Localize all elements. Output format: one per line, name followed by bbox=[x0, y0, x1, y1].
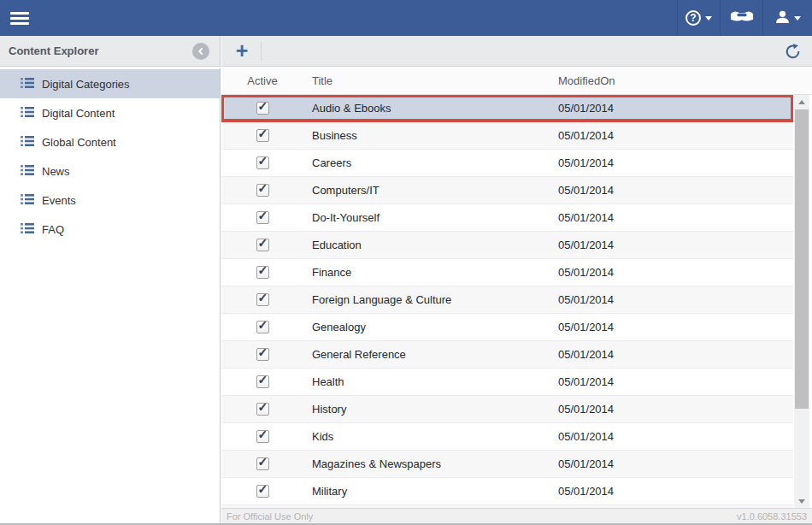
scroll-up-button[interactable] bbox=[794, 95, 809, 109]
status-bar: For Official Use Only v1.0.6058.31553 bbox=[221, 508, 812, 523]
sidebar-item-label: FAQ bbox=[42, 223, 64, 236]
table-row[interactable]: ✓ Genealogy 05/01/2014 bbox=[221, 314, 793, 341]
row-title: Careers bbox=[303, 150, 550, 176]
row-title: Health bbox=[303, 369, 550, 395]
table-row[interactable]: ✓ General Reference 05/01/2014 bbox=[221, 341, 793, 369]
sidebar-collapse-button[interactable] bbox=[192, 43, 209, 60]
active-checkbox[interactable]: ✓ bbox=[256, 321, 269, 333]
row-modified-on: 05/01/2014 bbox=[550, 423, 793, 450]
table-row[interactable]: ✓ Foreign Language & Culture 05/01/2014 bbox=[221, 286, 793, 314]
sidebar-title: Content Explorer bbox=[9, 44, 98, 57]
help-icon: ? bbox=[685, 10, 701, 26]
chevron-left-icon bbox=[196, 46, 206, 56]
sidebar-item-label: Global Content bbox=[42, 136, 116, 149]
active-checkbox[interactable]: ✓ bbox=[256, 293, 269, 306]
row-modified-on: 05/01/2014 bbox=[550, 204, 793, 231]
sidebar-item-label: News bbox=[42, 165, 70, 178]
check-icon: ✓ bbox=[258, 373, 268, 386]
navbar-actions: ? bbox=[677, 0, 812, 36]
table-row[interactable]: ✓ Magazines & Newspapers 05/01/2014 bbox=[221, 451, 793, 478]
active-checkbox[interactable]: ✓ bbox=[256, 485, 269, 498]
active-checkbox[interactable]: ✓ bbox=[256, 211, 269, 224]
list-icon bbox=[21, 222, 34, 237]
row-title: Kids bbox=[303, 423, 550, 450]
check-icon: ✓ bbox=[258, 318, 268, 332]
active-checkbox[interactable]: ✓ bbox=[256, 156, 269, 169]
row-modified-on: 05/01/2014 bbox=[550, 259, 793, 286]
row-title: Finance bbox=[303, 259, 550, 286]
column-header-title[interactable]: Title bbox=[303, 68, 550, 94]
row-title: Genealogy bbox=[303, 314, 550, 340]
row-modified-on: 05/01/2014 bbox=[550, 478, 793, 504]
active-checkbox[interactable]: ✓ bbox=[256, 266, 269, 279]
table-row[interactable]: ✓ Do-It-Yourself 05/01/2014 bbox=[221, 204, 793, 232]
active-checkbox[interactable]: ✓ bbox=[256, 403, 269, 416]
active-checkbox[interactable]: ✓ bbox=[256, 457, 269, 470]
vertical-scrollbar[interactable] bbox=[794, 95, 809, 508]
menu-button[interactable] bbox=[0, 0, 39, 36]
check-icon: ✓ bbox=[258, 400, 268, 414]
row-modified-on: 05/01/2014 bbox=[550, 286, 793, 313]
active-checkbox[interactable]: ✓ bbox=[256, 184, 269, 197]
refresh-icon bbox=[785, 44, 801, 60]
user-icon bbox=[775, 10, 790, 27]
table-row[interactable]: ✓ Health 05/01/2014 bbox=[221, 369, 793, 396]
list-icon bbox=[21, 193, 34, 208]
table-row[interactable]: ✓ Business 05/01/2014 bbox=[221, 122, 793, 150]
table-row[interactable]: ✓ Finance 05/01/2014 bbox=[221, 259, 793, 286]
row-title: Do-It-Yourself bbox=[303, 204, 550, 231]
row-title: General Reference bbox=[303, 341, 550, 368]
table-row[interactable]: ✓ Computers/IT 05/01/2014 bbox=[221, 177, 793, 204]
active-checkbox[interactable]: ✓ bbox=[256, 430, 269, 443]
scrollbar-thumb[interactable] bbox=[795, 109, 809, 409]
sidebar-item[interactable]: Digital Content bbox=[0, 98, 220, 127]
column-header-modifiedon[interactable]: ModifiedOn bbox=[550, 68, 812, 94]
toolbar: + bbox=[221, 36, 812, 67]
user-menu-button[interactable] bbox=[762, 0, 812, 36]
list-icon bbox=[21, 164, 34, 179]
add-button[interactable]: + bbox=[230, 39, 254, 63]
column-header-active[interactable]: Active bbox=[221, 68, 303, 94]
row-modified-on: 05/01/2014 bbox=[550, 369, 793, 395]
sidebar-item[interactable]: News bbox=[0, 156, 220, 186]
check-icon: ✓ bbox=[258, 236, 268, 250]
arrow-down-icon bbox=[798, 499, 805, 504]
table-row[interactable]: ✓ Careers 05/01/2014 bbox=[221, 150, 793, 177]
row-modified-on: 05/01/2014 bbox=[550, 341, 793, 368]
check-icon: ✓ bbox=[258, 99, 268, 113]
sidebar-item[interactable]: FAQ bbox=[0, 215, 220, 244]
chevron-down-icon bbox=[794, 16, 801, 21]
list-icon bbox=[21, 77, 34, 91]
hamburger-icon bbox=[10, 12, 29, 15]
help-button[interactable]: ? bbox=[677, 0, 720, 36]
scroll-down-button[interactable] bbox=[794, 494, 809, 508]
sidebar-item[interactable]: Global Content bbox=[0, 127, 220, 156]
active-checkbox[interactable]: ✓ bbox=[256, 375, 269, 388]
active-checkbox[interactable]: ✓ bbox=[256, 129, 269, 142]
sidebar: Digital Categories Digital Content bbox=[0, 68, 221, 523]
refresh-button[interactable] bbox=[783, 42, 802, 61]
row-title: Audio & Ebooks bbox=[303, 95, 550, 121]
table-row[interactable]: ✓ History 05/01/2014 bbox=[221, 396, 793, 423]
table-row[interactable]: ✓ Kids 05/01/2014 bbox=[221, 423, 793, 451]
sidebar-item[interactable]: Events bbox=[0, 186, 220, 215]
library-button[interactable] bbox=[720, 0, 762, 36]
check-icon: ✓ bbox=[258, 181, 268, 195]
row-title: Military bbox=[303, 478, 550, 504]
active-checkbox[interactable]: ✓ bbox=[256, 348, 269, 361]
table-row[interactable]: ✓ Education 05/01/2014 bbox=[221, 232, 793, 259]
table-row[interactable]: ✓ Audio & Ebooks 05/01/2014 bbox=[221, 95, 793, 122]
arrow-up-icon bbox=[798, 100, 805, 104]
table-row[interactable]: ✓ Military 05/01/2014 bbox=[221, 478, 793, 505]
chevron-down-icon bbox=[705, 16, 712, 21]
sidebar-item[interactable]: Digital Categories bbox=[0, 69, 220, 98]
row-title: History bbox=[303, 396, 550, 422]
active-checkbox[interactable]: ✓ bbox=[256, 102, 269, 115]
row-modified-on: 05/01/2014 bbox=[550, 95, 793, 121]
check-icon: ✓ bbox=[258, 455, 268, 469]
check-icon: ✓ bbox=[258, 209, 268, 222]
row-modified-on: 05/01/2014 bbox=[550, 396, 793, 422]
sidebar-item-label: Digital Categories bbox=[42, 78, 130, 91]
active-checkbox[interactable]: ✓ bbox=[256, 239, 269, 251]
check-icon: ✓ bbox=[258, 482, 268, 496]
